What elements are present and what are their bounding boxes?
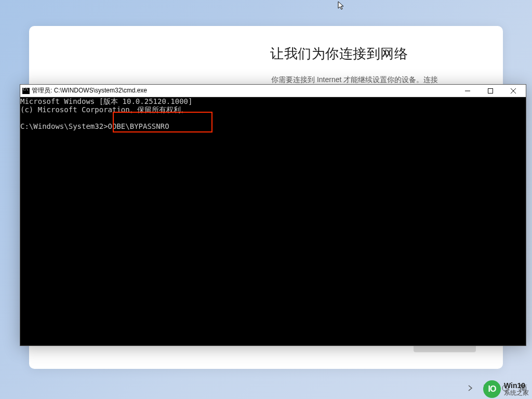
cmd-titlebar[interactable]: 管理员: C:\WINDOWS\system32\cmd.exe (20, 85, 526, 97)
watermark: IO Win10 系统之家 (483, 380, 529, 398)
cmd-copyright-line: (c) Microsoft Corporation。保留所有权利。 (20, 105, 526, 114)
watermark-line1: Win10 (504, 382, 529, 390)
close-button[interactable] (502, 85, 525, 97)
cmd-prompt: C:\Windows\System32> (20, 122, 108, 130)
ime-expand-button[interactable] (461, 380, 479, 396)
mouse-cursor-icon (338, 1, 345, 10)
cmd-title-text: 管理员: C:\WINDOWS\system32\cmd.exe (32, 86, 147, 95)
cmd-blank-line (20, 114, 526, 122)
watermark-text: Win10 系统之家 (504, 382, 529, 397)
cmd-prompt-line: C:\Windows\System32>OOBE\BYPASSNRO (20, 122, 526, 130)
cmd-command: OOBE\BYPASSNRO (108, 122, 169, 130)
maximize-button[interactable] (479, 85, 502, 97)
maximize-icon (488, 88, 493, 94)
watermark-logo-icon: IO (483, 380, 501, 398)
cmd-icon (22, 88, 30, 94)
svg-rect-1 (488, 88, 493, 93)
cmd-output-area[interactable]: Microsoft Windows [版本 10.0.25120.1000](c… (20, 97, 526, 345)
cmd-version-line: Microsoft Windows [版本 10.0.25120.1000] (20, 97, 526, 105)
watermark-line2: 系统之家 (504, 390, 529, 396)
cmd-window: 管理员: C:\WINDOWS\system32\cmd.exe Microso… (20, 84, 526, 346)
window-controls (456, 85, 525, 97)
close-icon (511, 88, 516, 94)
chevron-right-icon (468, 384, 473, 392)
oobe-title: 让我们为你连接到网络 (270, 45, 408, 63)
minimize-button[interactable] (456, 85, 479, 97)
minimize-icon (465, 88, 470, 94)
